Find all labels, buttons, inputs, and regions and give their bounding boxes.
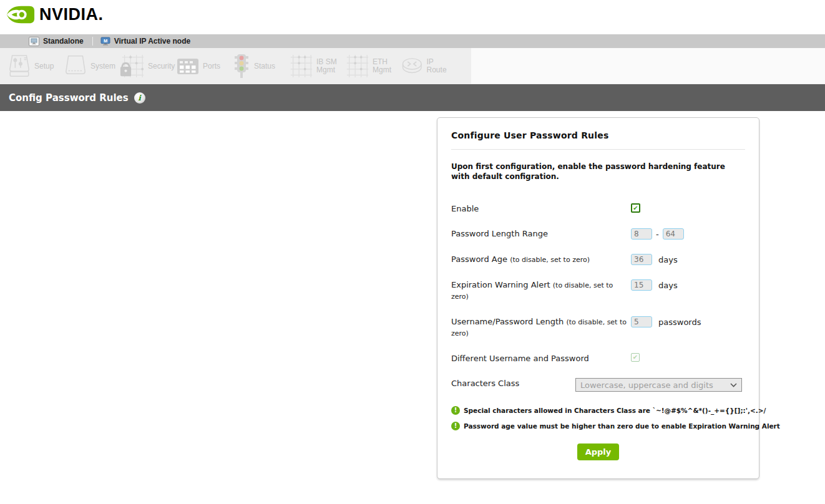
- different-username-password-label: Different Username and Password: [451, 353, 631, 364]
- port-panel-icon: [176, 56, 200, 76]
- main-toolbar: Setup System Security: [0, 48, 825, 84]
- virtual-ip-label: Virtual IP Active node: [114, 37, 190, 46]
- toolbar-item-ip-route[interactable]: IP Route: [401, 55, 453, 77]
- panel-notes: ! Special characters allowed in Characte…: [451, 406, 745, 430]
- username-password-length-row: Username/Password Length (to disable, se…: [451, 316, 745, 339]
- toolbar-item-eth-mgmt[interactable]: ETH Mgmt: [344, 54, 401, 79]
- enable-row: Enable ✔: [451, 203, 745, 214]
- grid-lock-icon: [120, 54, 145, 79]
- expiration-warning-suffix: days: [658, 281, 678, 290]
- toolbar-item-ibsm-mgmt[interactable]: IB SM Mgmt: [288, 54, 344, 79]
- virtual-ip-node-item[interactable]: M Virtual IP Active node: [100, 37, 190, 46]
- toolbar-label-status: Status: [254, 62, 275, 70]
- toolbar-label-setup: Setup: [34, 62, 54, 70]
- characters-class-row: Characters Class Lowercase, uppercase an…: [451, 378, 745, 392]
- enable-checkbox[interactable]: ✔: [631, 203, 640, 213]
- toolbar-label-ports: Ports: [203, 62, 220, 70]
- password-length-range-row: Password Length Range -: [451, 228, 745, 240]
- virtual-ip-monitor-icon: M: [100, 37, 110, 46]
- brand-header: NVIDIA.: [0, 0, 825, 34]
- password-length-min-input[interactable]: [631, 228, 652, 240]
- page-title-bar: Config Password Rules i: [0, 84, 825, 111]
- traffic-light-icon: [232, 53, 251, 79]
- nvidia-eye-icon: [6, 5, 35, 24]
- password-rules-panel: Configure User Password Rules Upon first…: [437, 117, 759, 479]
- svg-text:M: M: [104, 38, 107, 44]
- username-password-length-label: Username/Password Length (to disable, se…: [451, 316, 631, 339]
- exclamation-icon: !: [451, 406, 460, 415]
- password-age-row: Password Age (to disable, set to zero) d…: [451, 254, 745, 265]
- standalone-node-item[interactable]: Standalone: [29, 37, 84, 46]
- node-status-bar: Standalone M Virtual IP Active node: [0, 34, 825, 48]
- toolbar-item-system[interactable]: System: [64, 54, 120, 79]
- fabric-grid-icon: [344, 54, 369, 79]
- special-characters-note: ! Special characters allowed in Characte…: [451, 406, 745, 415]
- password-length-max-input[interactable]: [663, 228, 684, 240]
- password-age-warning-note: ! Password age value must be higher than…: [451, 422, 745, 430]
- toolbar-label-system: System: [90, 62, 115, 70]
- password-length-range-label: Password Length Range: [451, 228, 631, 239]
- toolbar-item-security[interactable]: Security: [120, 54, 176, 79]
- toolbar-item-setup[interactable]: Setup: [7, 54, 64, 79]
- toolbar-label-ibsm-mgmt: IB SM Mgmt: [316, 58, 344, 74]
- toolbar-label-security: Security: [148, 62, 175, 70]
- enable-label: Enable: [451, 203, 631, 214]
- characters-class-label: Characters Class: [451, 378, 575, 389]
- password-age-input[interactable]: [631, 254, 652, 265]
- toolbar-item-status[interactable]: Status: [232, 53, 288, 79]
- expiration-warning-label: Expiration Warning Alert (to disable, se…: [451, 279, 631, 302]
- different-username-password-row: Different Username and Password ✔: [451, 353, 745, 364]
- range-separator: -: [656, 230, 659, 239]
- apply-button[interactable]: Apply: [577, 443, 620, 460]
- router-icon: [401, 55, 424, 77]
- fabric-grid-icon: [288, 54, 313, 79]
- node-bar-divider: [92, 37, 93, 46]
- expiration-warning-input[interactable]: [631, 279, 652, 291]
- toolbar-label-eth-mgmt: ETH Mgmt: [373, 58, 400, 74]
- chassis-icon: [64, 54, 87, 79]
- panel-title: Configure User Password Rules: [451, 130, 745, 140]
- panel-intro-text: Upon first configuration, enable the pas…: [451, 162, 746, 182]
- chevron-down-icon: [730, 383, 737, 387]
- password-age-note: (to disable, set to zero): [510, 256, 590, 264]
- exclamation-icon: !: [451, 422, 460, 430]
- toolbar-icon-group: Setup System Security: [0, 48, 471, 84]
- password-age-label: Password Age (to disable, set to zero): [451, 254, 631, 265]
- password-age-suffix: days: [658, 255, 678, 264]
- password-rules-form: Enable ✔ Password Length Range - Passwor…: [451, 203, 745, 392]
- username-password-length-input[interactable]: [631, 316, 652, 327]
- characters-class-value: Lowercase, uppercase and digits: [580, 380, 713, 390]
- characters-class-select[interactable]: Lowercase, uppercase and digits: [575, 378, 742, 392]
- expiration-warning-row: Expiration Warning Alert (to disable, se…: [451, 279, 745, 302]
- username-password-length-suffix: passwords: [658, 317, 701, 327]
- standalone-label: Standalone: [43, 37, 84, 46]
- apply-button-container: Apply: [451, 443, 745, 460]
- nvidia-wordmark: NVIDIA.: [39, 5, 104, 24]
- toolbar-item-ports[interactable]: Ports: [176, 56, 232, 76]
- different-username-password-checkbox: ✔: [631, 353, 640, 362]
- info-icon[interactable]: i: [134, 92, 145, 104]
- standalone-monitor-icon: [29, 37, 39, 46]
- nvidia-logo: NVIDIA.: [6, 5, 104, 24]
- toolbar-label-ip-route: IP Route: [427, 58, 453, 74]
- page-title: Config Password Rules: [9, 92, 129, 104]
- sliders-device-icon: [7, 54, 31, 79]
- panel-divider: [451, 149, 745, 150]
